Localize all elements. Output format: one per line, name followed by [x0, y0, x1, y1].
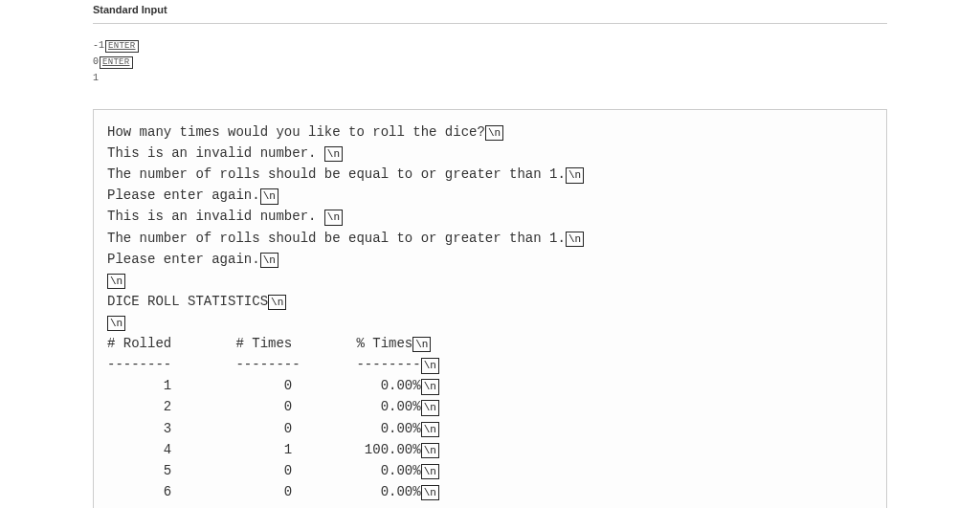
newline-icon: \n [260, 253, 278, 268]
output-text: This is an invalid number. [107, 209, 324, 224]
output-panel: How many times would you like to roll th… [93, 109, 887, 508]
input-line: 0ENTER [93, 54, 887, 70]
newline-icon: \n [566, 232, 584, 247]
output-line: 4 1 100.00%\n [107, 439, 873, 460]
standard-input-block: -1ENTER0ENTER1 [93, 24, 887, 86]
input-text: 0 [93, 56, 99, 67]
output-line: 5 0 0.00%\n [107, 460, 873, 481]
input-line: 1 [93, 70, 887, 86]
output-line: 1 0 0.00%\n [107, 375, 873, 396]
newline-icon: \n [421, 379, 439, 394]
output-text: -------- -------- -------- [107, 357, 421, 372]
output-line: -------- -------- --------\n [107, 354, 873, 375]
output-text: Please enter again. [107, 188, 260, 203]
output-text: 3 0 0.00% [107, 421, 421, 436]
newline-icon: \n [412, 337, 431, 352]
enter-key-badge: ENTER [100, 56, 133, 69]
output-line: This is an invalid number. \n [107, 143, 873, 164]
newline-icon: \n [566, 167, 584, 183]
section-heading: Standard Input [93, 0, 887, 24]
output-line: DICE ROLL STATISTICS\n [107, 291, 873, 312]
output-line: \n [107, 312, 873, 333]
newline-icon: \n [421, 400, 439, 415]
newline-icon: \n [421, 443, 439, 458]
output-line: 3 0 0.00%\n [107, 418, 873, 439]
output-line: How many times would you like to roll th… [107, 121, 873, 143]
newline-icon: \n [324, 146, 343, 162]
newline-icon: \n [421, 485, 439, 500]
newline-icon: \n [260, 188, 278, 204]
output-text: # Rolled # Times % Times [107, 336, 412, 351]
output-text: 6 0 0.00% [107, 484, 421, 499]
output-line: # Rolled # Times % Times\n [107, 333, 873, 354]
output-line: The number of rolls should be equal to o… [107, 164, 873, 185]
output-text: 5 0 0.00% [107, 463, 421, 478]
output-text: 2 0 0.00% [107, 399, 421, 414]
newline-icon: \n [421, 358, 439, 373]
output-line: Please enter again.\n [107, 185, 873, 206]
input-text: -1 [93, 40, 104, 51]
output-line: \n [107, 270, 873, 291]
output-line: The number of rolls should be equal to o… [107, 228, 873, 249]
output-text: 4 1 100.00% [107, 442, 421, 457]
input-text: 1 [93, 73, 99, 83]
output-text: The number of rolls should be equal to o… [107, 166, 566, 182]
output-line: 2 0 0.00%\n [107, 396, 873, 417]
output-text: The number of rolls should be equal to o… [107, 231, 566, 246]
output-text: Please enter again. [107, 252, 260, 267]
input-line: -1ENTER [93, 37, 887, 54]
output-line: This is an invalid number. \n [107, 206, 873, 227]
page-container: Standard Input -1ENTER0ENTER1 How many t… [28, 0, 952, 508]
newline-icon: \n [268, 295, 286, 310]
newline-icon: \n [324, 210, 343, 225]
newline-icon: \n [107, 274, 125, 289]
enter-key-badge: ENTER [105, 40, 139, 53]
newline-icon: \n [485, 125, 503, 141]
output-line: Please enter again.\n [107, 249, 873, 270]
output-line: 6 0 0.00%\n [107, 481, 873, 502]
output-text: This is an invalid number. [107, 145, 324, 161]
newline-icon: \n [421, 464, 439, 479]
output-text: DICE ROLL STATISTICS [107, 294, 268, 309]
newline-icon: \n [107, 316, 125, 331]
output-text: How many times would you like to roll th… [107, 124, 485, 140]
output-text: 1 0 0.00% [107, 378, 421, 393]
newline-icon: \n [421, 422, 439, 437]
